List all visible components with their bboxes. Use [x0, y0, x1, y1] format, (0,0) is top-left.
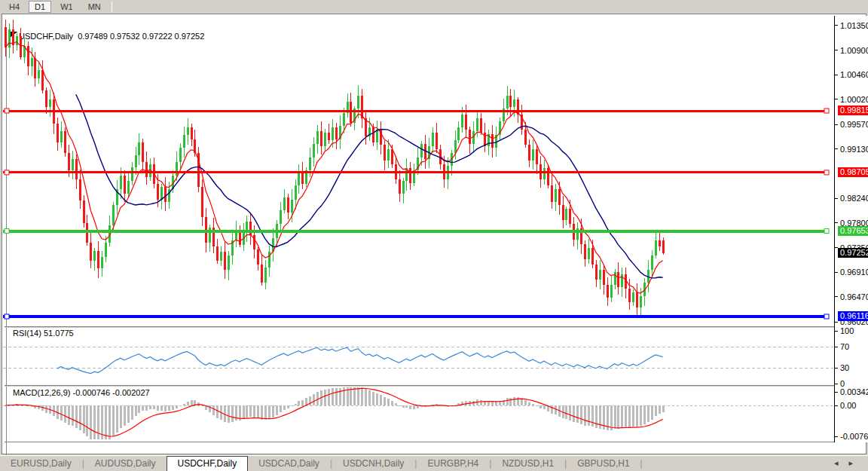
candle-body: [228, 255, 230, 271]
candle-body: [75, 159, 78, 179]
macd-histogram-bar: [380, 395, 382, 405]
line-handle[interactable]: [5, 314, 9, 319]
candle-body: [34, 58, 36, 78]
macd-histogram-bar: [409, 405, 411, 409]
tab-usdcad-daily[interactable]: USDCAD,Daily: [248, 457, 330, 471]
macd-histogram-bar: [536, 405, 538, 406]
candle-body: [257, 249, 259, 265]
candle-body: [309, 158, 311, 170]
candle-body: [328, 133, 330, 140]
candle-body: [283, 197, 286, 210]
macd-histogram-bar: [86, 405, 88, 436]
macd-histogram-bar: [187, 402, 189, 405]
macd-histogram-bar: [172, 405, 174, 410]
macd-histogram-bar: [249, 405, 252, 417]
tab-scroll-right-icon[interactable]: ▸: [848, 458, 863, 467]
candle-body: [409, 168, 411, 182]
macd-histogram-bar: [372, 392, 374, 405]
line-handle[interactable]: [824, 109, 829, 113]
macd-histogram-bar: [280, 405, 282, 412]
main-chart-pane[interactable]: [3, 16, 833, 325]
macd-histogram-bar: [183, 404, 185, 405]
candle-body: [264, 268, 267, 283]
line-handle[interactable]: [824, 170, 829, 175]
candle-body: [268, 252, 270, 268]
candle-body: [357, 96, 359, 109]
axis-tick: [835, 50, 838, 50]
tab-eurgbp-h4[interactable]: EURGBP,H4: [417, 457, 489, 471]
candle-body: [135, 155, 137, 167]
macd-histogram-bar: [532, 404, 534, 405]
candle-body: [124, 176, 126, 194]
macd-histogram-bar: [272, 405, 274, 417]
tab-nzdusd-h1[interactable]: NZDUSD,H1: [491, 457, 564, 471]
candle-body: [131, 167, 133, 181]
macd-histogram-bar: [405, 405, 408, 408]
macd-histogram-bar: [295, 404, 297, 405]
axis-tick: [835, 296, 838, 297]
tab-audusd-daily[interactable]: AUDUSD,Daily: [84, 457, 167, 471]
macd-histogram-bar: [368, 390, 371, 405]
macd-histogram-bar: [643, 405, 646, 424]
macd-pane[interactable]: [3, 387, 833, 441]
period-button-h4[interactable]: H4: [3, 1, 26, 13]
candle-body: [524, 130, 527, 145]
rsi-tick-label: 100: [840, 326, 854, 335]
macd-histogram-bar: [93, 405, 96, 439]
candle-body: [335, 127, 338, 139]
candle-body: [476, 118, 478, 131]
macd-histogram-bar: [257, 405, 259, 418]
macd-histogram-bar: [357, 387, 359, 405]
tab-gbpusd-h1[interactable]: GBPUSD,H1: [567, 457, 640, 471]
line-handle[interactable]: [5, 170, 9, 175]
candle-body: [145, 162, 148, 178]
macd-histogram-bar: [655, 405, 657, 416]
candle-body: [183, 135, 185, 148]
candle-body: [31, 58, 33, 66]
candle-body: [49, 99, 51, 107]
candle-body: [651, 255, 653, 271]
price-axis[interactable]: 1.013501.009001.004601.000200.995700.991…: [834, 16, 868, 442]
macd-histogram-bar: [324, 390, 326, 405]
line-handle[interactable]: [5, 109, 9, 113]
macd-histogram-bar: [413, 405, 415, 409]
macd-histogram-bar: [588, 405, 590, 426]
period-button-mn[interactable]: MN: [82, 1, 107, 13]
line-handle[interactable]: [5, 229, 9, 234]
line-handle[interactable]: [824, 314, 829, 319]
macd-histogram-bar: [509, 398, 512, 405]
candle-body: [343, 113, 345, 126]
tab-scroll-left-icon[interactable]: ◂: [834, 458, 849, 467]
candle-body: [97, 251, 99, 269]
candle-body: [220, 252, 222, 261]
axis-tick: [835, 25, 838, 26]
candle-body: [454, 140, 457, 153]
macd-histogram-bar: [328, 389, 330, 405]
macd-histogram-bar: [517, 397, 519, 405]
candle-body: [436, 133, 438, 149]
candle-body: [391, 149, 393, 164]
candle-body: [536, 149, 538, 164]
macd-histogram-bar: [621, 405, 623, 427]
macd-histogram-bar: [287, 405, 289, 408]
price-level-badge-0.98705: 0.98705: [838, 167, 868, 177]
macd-histogram-bar: [591, 405, 594, 427]
macd-histogram-bar: [632, 405, 634, 427]
macd-histogram-bar: [350, 387, 352, 405]
tab-eurusd-daily[interactable]: EURUSD,Daily: [0, 457, 82, 471]
line-handle[interactable]: [824, 229, 829, 234]
macd-histogram-bar: [495, 402, 497, 405]
axis-tick: [835, 322, 838, 323]
period-button-d1[interactable]: D1: [29, 1, 51, 13]
rsi-pane[interactable]: [3, 328, 833, 384]
macd-histogram-bar: [135, 405, 137, 416]
period-button-w1[interactable]: W1: [54, 1, 79, 13]
macd-histogram-bar: [465, 401, 467, 405]
tab-usdchf-daily[interactable]: USDCHF,Daily: [167, 456, 249, 471]
candle-body: [509, 96, 512, 107]
candle-body: [457, 127, 460, 141]
macd-histogram-bar: [539, 405, 542, 408]
tab-usdcnh-daily[interactable]: USDCNH,Daily: [332, 457, 414, 471]
candle-body: [387, 149, 390, 161]
candle-body: [591, 248, 594, 265]
